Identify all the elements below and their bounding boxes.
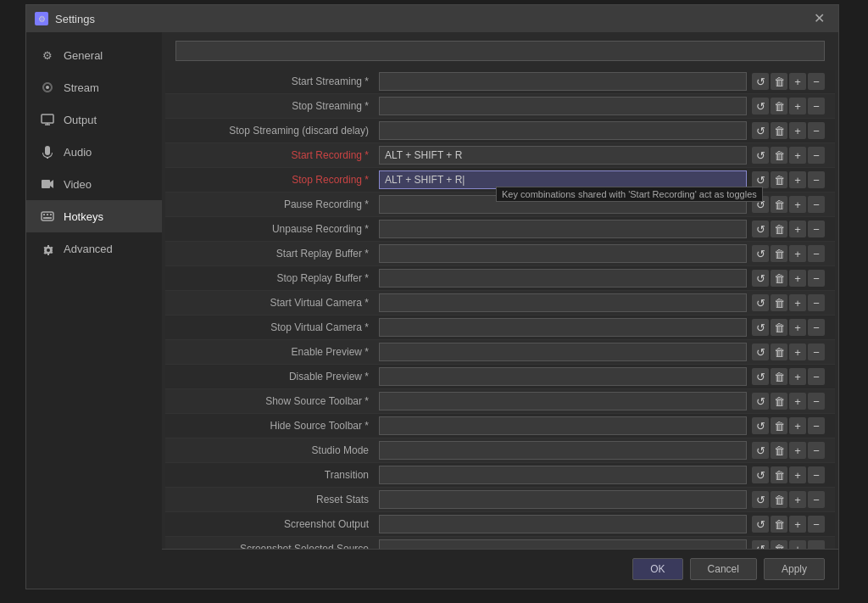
remove-btn-unpause[interactable]: − [808,221,825,237]
delete-btn-reset-stats[interactable]: 🗑 [771,491,787,508]
delete-btn-start-vcam[interactable]: 🗑 [771,294,787,311]
close-button[interactable]: ✕ [809,10,830,27]
reset-btn-unpause[interactable]: ↺ [752,221,769,237]
remove-btn-stop-streaming[interactable]: − [808,98,825,114]
hotkey-input-stop-recording[interactable] [379,170,747,189]
apply-button[interactable]: Apply [764,558,825,580]
hotkey-input-stop-vcam[interactable] [379,318,747,337]
reset-btn-stop-recording[interactable]: ↺ [752,171,769,188]
hotkey-input-show-toolbar[interactable] [379,392,747,410]
add-btn-hide-toolbar[interactable]: + [789,417,806,434]
delete-btn-unpause[interactable]: 🗑 [771,221,787,237]
remove-btn-disable-preview[interactable]: − [808,368,825,385]
remove-btn-start-streaming[interactable]: − [808,73,825,90]
add-btn-studio-mode[interactable]: + [789,442,806,459]
delete-btn-transition[interactable]: 🗑 [771,466,787,483]
hotkey-input-enable-preview[interactable] [379,343,747,361]
remove-btn-stop-recording[interactable]: − [808,171,825,188]
delete-btn-enable-preview[interactable]: 🗑 [771,343,787,360]
reset-btn-hide-toolbar[interactable]: ↺ [752,417,769,434]
remove-btn-hide-toolbar[interactable]: − [808,417,825,434]
reset-btn-screenshot-source[interactable]: ↺ [752,540,769,549]
add-btn-stop-streaming-discard[interactable]: + [789,122,806,139]
reset-btn-enable-preview[interactable]: ↺ [752,343,769,360]
hotkey-input-start-recording[interactable] [379,146,747,165]
sidebar-item-stream[interactable]: Stream [26,71,162,103]
remove-btn-show-toolbar[interactable]: − [808,393,825,410]
hotkey-input-unpause-recording[interactable] [379,220,747,238]
reset-btn-studio-mode[interactable]: ↺ [752,442,769,459]
ok-button[interactable]: OK [632,558,682,580]
delete-btn-stop-streaming-discard[interactable]: 🗑 [771,122,787,139]
delete-btn-stop-recording[interactable]: 🗑 [771,171,787,188]
hotkey-input-stop-replay[interactable] [379,269,747,288]
reset-btn-screenshot-output[interactable]: ↺ [752,516,769,533]
add-btn-screenshot-source[interactable]: + [789,540,806,549]
sidebar-item-video[interactable]: Video [26,168,162,200]
hotkey-input-stop-streaming[interactable] [379,97,747,115]
remove-btn[interactable]: − [808,196,825,213]
reset-btn-stop-streaming[interactable]: ↺ [752,98,769,114]
reset-btn-reset-stats[interactable]: ↺ [752,491,769,508]
filter-input[interactable] [175,41,825,61]
hotkey-input-screenshot-output[interactable] [379,515,747,533]
remove-btn-screenshot-source[interactable]: − [808,540,825,549]
delete-btn-stop-streaming[interactable]: 🗑 [771,98,787,114]
add-btn-transition[interactable]: + [789,466,806,483]
hotkey-input-transition[interactable] [379,466,747,484]
remove-btn-studio-mode[interactable]: − [808,442,825,459]
add-btn-stop-replay[interactable]: + [789,270,806,287]
reset-btn-stop-vcam[interactable]: ↺ [752,319,769,336]
sidebar-item-output[interactable]: Output [26,103,162,136]
reset-btn-show-toolbar[interactable]: ↺ [752,393,769,410]
add-btn-stop-vcam[interactable]: + [789,319,806,336]
remove-btn-screenshot-output[interactable]: − [808,516,825,533]
hotkey-input-reset-stats[interactable] [379,490,747,509]
delete-btn-start-recording[interactable]: 🗑 [771,147,787,164]
add-btn-unpause[interactable]: + [789,221,806,237]
remove-btn-stop-streaming-discard[interactable]: − [808,122,825,139]
add-btn-start-vcam[interactable]: + [789,294,806,311]
remove-btn-start-recording[interactable]: − [808,147,825,164]
reset-btn-start-streaming[interactable]: ↺ [752,73,769,90]
delete-btn[interactable]: 🗑 [771,196,787,213]
add-btn-reset-stats[interactable]: + [789,491,806,508]
add-btn-stop-streaming[interactable]: + [789,98,806,114]
delete-btn-stop-vcam[interactable]: 🗑 [771,319,787,336]
reset-btn[interactable]: ↺ [752,196,769,213]
remove-btn-reset-stats[interactable]: − [808,491,825,508]
reset-btn-stop-replay[interactable]: ↺ [752,270,769,287]
sidebar-item-general[interactable]: ⚙ General [26,39,162,71]
reset-btn-transition[interactable]: ↺ [752,466,769,483]
hotkeys-scroll[interactable]: Start Streaming * ↺ 🗑 + − Stop Streaming… [162,70,838,549]
delete-btn-screenshot-source[interactable]: 🗑 [771,540,787,549]
delete-btn-start-streaming[interactable]: 🗑 [771,73,787,90]
remove-btn-start-vcam[interactable]: − [808,294,825,311]
add-btn[interactable]: + [789,196,806,213]
delete-btn-disable-preview[interactable]: 🗑 [771,368,787,385]
add-btn-enable-preview[interactable]: + [789,343,806,360]
hotkey-input-screenshot-source[interactable] [379,539,747,549]
add-btn-show-toolbar[interactable]: + [789,393,806,410]
hotkey-input-disable-preview[interactable] [379,367,747,386]
hotkey-input-start-vcam[interactable] [379,293,747,312]
add-btn-start-recording[interactable]: + [789,147,806,164]
reset-btn-start-recording[interactable]: ↺ [752,147,769,164]
reset-btn-disable-preview[interactable]: ↺ [752,368,769,385]
delete-btn-screenshot-output[interactable]: 🗑 [771,516,787,533]
hotkey-input-studio-mode[interactable] [379,441,747,460]
reset-btn-stop-streaming-discard[interactable]: ↺ [752,122,769,139]
delete-btn-studio-mode[interactable]: 🗑 [771,442,787,459]
delete-btn-show-toolbar[interactable]: 🗑 [771,393,787,410]
remove-btn-enable-preview[interactable]: − [808,343,825,360]
delete-btn-hide-toolbar[interactable]: 🗑 [771,417,787,434]
add-btn-stop-recording[interactable]: + [789,171,806,188]
hotkey-input-start-replay[interactable] [379,244,747,263]
remove-btn-stop-replay[interactable]: − [808,270,825,287]
cancel-button[interactable]: Cancel [690,558,757,580]
delete-btn-start-replay[interactable]: 🗑 [771,245,787,262]
add-btn-start-streaming[interactable]: + [789,73,806,90]
add-btn-disable-preview[interactable]: + [789,368,806,385]
reset-btn-start-vcam[interactable]: ↺ [752,294,769,311]
remove-btn-start-replay[interactable]: − [808,245,825,262]
